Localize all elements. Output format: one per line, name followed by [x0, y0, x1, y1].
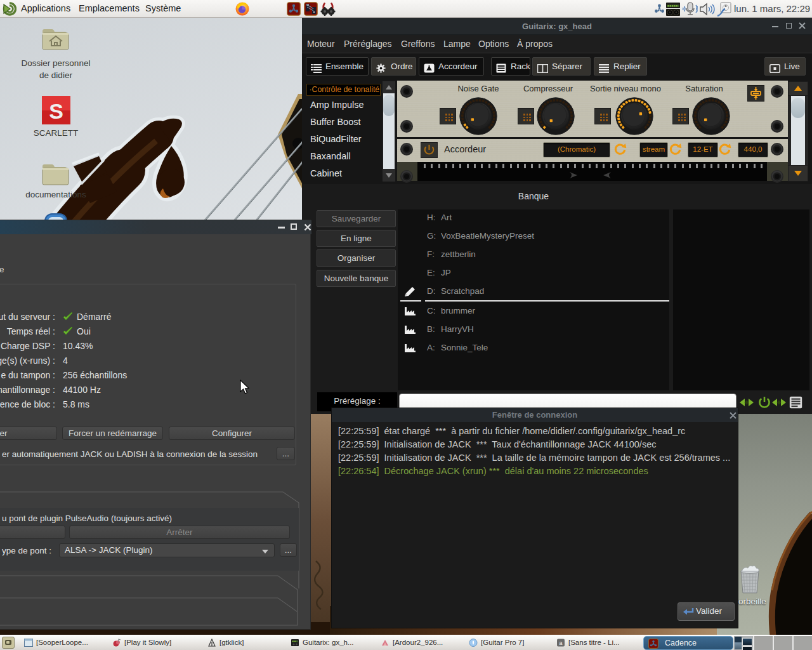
svg-text:a: a	[559, 640, 562, 646]
